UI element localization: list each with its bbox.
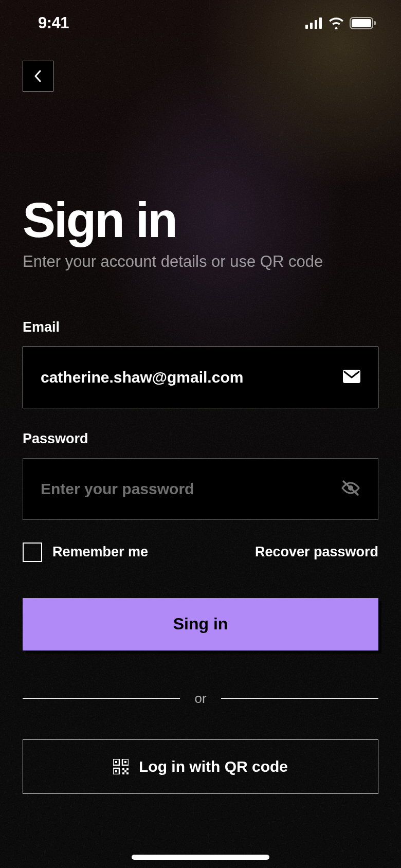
svg-rect-18 <box>122 772 124 774</box>
remember-me[interactable]: Remember me <box>23 542 148 562</box>
svg-rect-13 <box>124 761 126 763</box>
divider-line-left <box>23 698 180 699</box>
qr-button-label: Log in with QR code <box>139 758 288 775</box>
sign-in-button[interactable]: Sing in <box>23 598 378 650</box>
status-time: 9:41 <box>38 14 69 32</box>
svg-rect-5 <box>352 19 371 27</box>
qr-code-icon <box>113 759 129 774</box>
svg-rect-11 <box>115 761 117 763</box>
password-label: Password <box>23 431 378 447</box>
wifi-icon <box>328 17 344 29</box>
svg-rect-19 <box>126 772 129 774</box>
chevron-left-icon <box>33 69 43 83</box>
page-title: Sign in <box>23 194 378 246</box>
email-field-container[interactable] <box>23 347 378 408</box>
divider-line-right <box>221 698 378 699</box>
svg-rect-3 <box>319 17 322 29</box>
svg-rect-17 <box>126 768 129 770</box>
svg-rect-15 <box>115 770 117 772</box>
svg-rect-16 <box>122 768 124 770</box>
recover-password-link[interactable]: Recover password <box>255 544 378 560</box>
remember-checkbox[interactable] <box>23 542 42 562</box>
svg-rect-6 <box>374 21 376 25</box>
divider-label: or <box>194 691 206 707</box>
divider: or <box>23 691 378 707</box>
qr-login-button[interactable]: Log in with QR code <box>23 739 378 794</box>
home-indicator[interactable] <box>132 855 269 860</box>
status-bar: 9:41 <box>23 0 378 37</box>
mail-icon <box>343 370 360 385</box>
svg-rect-2 <box>315 20 317 29</box>
page-subtitle: Enter your account details or use QR cod… <box>23 252 378 271</box>
back-button[interactable] <box>23 61 53 92</box>
password-field-container[interactable] <box>23 458 378 520</box>
svg-rect-20 <box>124 770 126 772</box>
svg-rect-0 <box>305 25 308 29</box>
email-label: Email <box>23 319 378 335</box>
visibility-off-icon[interactable] <box>341 480 360 498</box>
status-icons <box>305 17 376 29</box>
remember-label: Remember me <box>52 544 148 560</box>
cellular-icon <box>305 17 323 29</box>
email-input[interactable] <box>41 369 335 386</box>
svg-rect-1 <box>310 23 313 29</box>
password-input[interactable] <box>41 480 333 498</box>
battery-icon <box>350 17 376 29</box>
